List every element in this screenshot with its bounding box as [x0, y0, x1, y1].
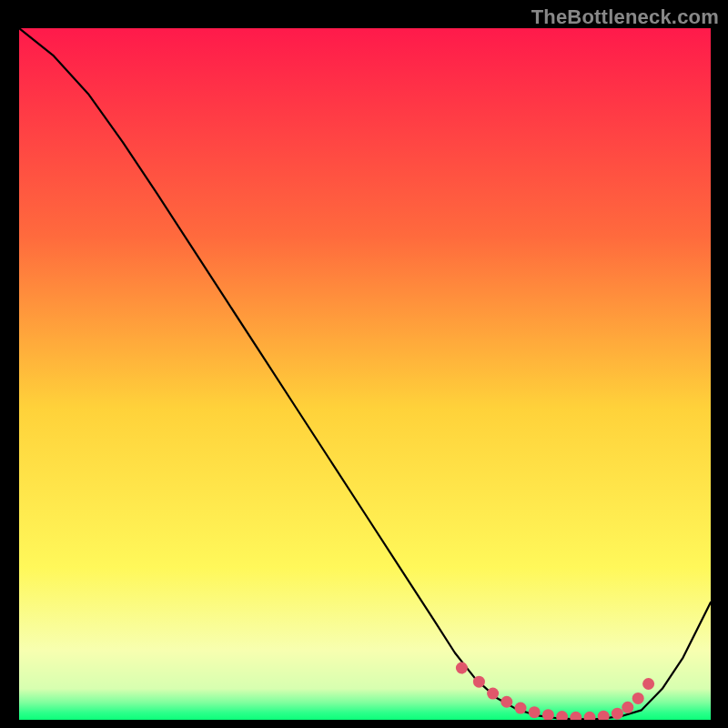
- gradient-backdrop: [19, 28, 711, 720]
- marker-dot: [500, 696, 512, 708]
- marker-dot: [487, 688, 499, 700]
- marker-dot: [642, 678, 654, 690]
- plot-area: [18, 27, 712, 721]
- chart-svg: [19, 28, 711, 720]
- marker-dot: [456, 662, 468, 674]
- marker-dot: [632, 693, 644, 704]
- marker-dot: [612, 708, 623, 720]
- marker-dot: [622, 702, 633, 713]
- watermark-text: TheBottleneck.com: [531, 5, 719, 29]
- stage-root: TheBottleneck.com: [0, 0, 728, 728]
- marker-dot: [529, 706, 541, 718]
- marker-dot: [515, 703, 527, 714]
- marker-dot: [473, 676, 485, 688]
